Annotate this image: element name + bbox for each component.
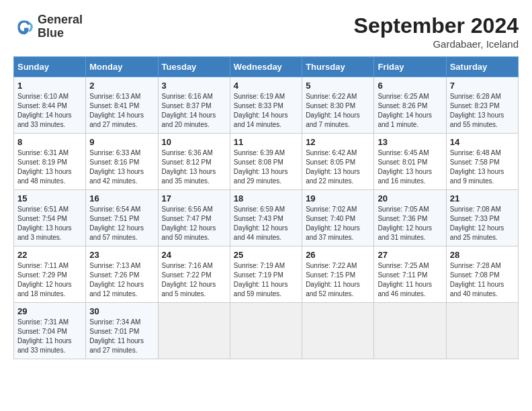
cell-info: Sunrise: 6:19 AMSunset: 8:33 PMDaylight:… (234, 92, 298, 130)
cell-info: Sunrise: 7:02 AMSunset: 7:40 PMDaylight:… (306, 205, 370, 242)
calendar-cell: 27 Sunrise: 7:25 AMSunset: 7:11 PMDaylig… (374, 246, 446, 303)
day-number: 23 (89, 250, 154, 260)
header: General Blue September 2024 Gardabaer, I… (13, 13, 519, 50)
calendar-cell: 29 Sunrise: 7:31 AMSunset: 7:04 PMDaylig… (14, 303, 86, 359)
dow-sunday: Sunday (14, 57, 86, 77)
cell-info: Sunrise: 6:56 AMSunset: 7:47 PMDaylight:… (162, 205, 226, 242)
dow-monday: Monday (86, 57, 158, 77)
day-number: 17 (162, 193, 226, 203)
calendar-cell: 6 Sunrise: 6:25 AMSunset: 8:26 PMDayligh… (374, 77, 446, 134)
title-area: September 2024 Gardabaer, Iceland (354, 13, 519, 50)
month-year: September 2024 (354, 13, 519, 38)
cell-info: Sunrise: 7:11 AMSunset: 7:29 PMDaylight:… (17, 261, 82, 299)
day-number: 7 (450, 81, 515, 91)
calendar-cell: 5 Sunrise: 6:22 AMSunset: 8:30 PMDayligh… (302, 77, 374, 134)
calendar-cell: 7 Sunrise: 6:28 AMSunset: 8:23 PMDayligh… (446, 77, 518, 134)
calendar-cell: 20 Sunrise: 7:05 AMSunset: 7:36 PMDaylig… (374, 190, 446, 246)
day-number: 10 (162, 137, 226, 147)
day-number: 5 (306, 81, 370, 91)
calendar-cell: 24 Sunrise: 7:16 AMSunset: 7:22 PMDaylig… (158, 246, 230, 303)
calendar-cell: 21 Sunrise: 7:08 AMSunset: 7:33 PMDaylig… (446, 190, 518, 246)
cell-info: Sunrise: 6:45 AMSunset: 8:01 PMDaylight:… (378, 148, 442, 186)
logo: General Blue (13, 13, 83, 40)
dow-saturday: Saturday (446, 57, 518, 77)
calendar-cell: 3 Sunrise: 6:16 AMSunset: 8:37 PMDayligh… (158, 77, 230, 134)
calendar-cell: 18 Sunrise: 6:59 AMSunset: 7:43 PMDaylig… (230, 190, 302, 246)
cell-info: Sunrise: 6:36 AMSunset: 8:12 PMDaylight:… (162, 148, 226, 186)
cell-info: Sunrise: 7:22 AMSunset: 7:15 PMDaylight:… (306, 261, 370, 299)
calendar-week-row: 29 Sunrise: 7:31 AMSunset: 7:04 PMDaylig… (14, 303, 519, 359)
day-number: 9 (89, 137, 154, 147)
logo-text: General Blue (38, 13, 83, 40)
cell-info: Sunrise: 6:10 AMSunset: 8:44 PMDaylight:… (17, 92, 82, 130)
day-number: 12 (306, 137, 370, 147)
cell-info: Sunrise: 6:28 AMSunset: 8:23 PMDaylight:… (450, 92, 515, 130)
calendar-cell: 16 Sunrise: 6:54 AMSunset: 7:51 PMDaylig… (86, 190, 158, 246)
day-number: 11 (234, 137, 298, 147)
calendar-week-row: 1 Sunrise: 6:10 AMSunset: 8:44 PMDayligh… (14, 77, 519, 134)
day-number: 30 (89, 306, 154, 316)
calendar-cell: 15 Sunrise: 6:51 AMSunset: 7:54 PMDaylig… (14, 190, 86, 246)
calendar-cell: 13 Sunrise: 6:45 AMSunset: 8:01 PMDaylig… (374, 134, 446, 190)
calendar-cell: 25 Sunrise: 7:19 AMSunset: 7:19 PMDaylig… (230, 246, 302, 303)
day-number: 21 (450, 193, 515, 203)
cell-info: Sunrise: 7:16 AMSunset: 7:22 PMDaylight:… (162, 261, 226, 299)
cell-info: Sunrise: 6:54 AMSunset: 7:51 PMDaylight:… (89, 205, 154, 242)
cell-info: Sunrise: 6:51 AMSunset: 7:54 PMDaylight:… (17, 205, 82, 242)
calendar-table: SundayMondayTuesdayWednesdayThursdayFrid… (13, 56, 519, 359)
calendar-cell: 4 Sunrise: 6:19 AMSunset: 8:33 PMDayligh… (230, 77, 302, 134)
calendar-cell: 12 Sunrise: 6:42 AMSunset: 8:05 PMDaylig… (302, 134, 374, 190)
cell-info: Sunrise: 6:48 AMSunset: 7:58 PMDaylight:… (450, 148, 515, 186)
calendar-cell: 2 Sunrise: 6:13 AMSunset: 8:41 PMDayligh… (86, 77, 158, 134)
calendar-cell: 1 Sunrise: 6:10 AMSunset: 8:44 PMDayligh… (14, 77, 86, 134)
cell-info: Sunrise: 6:31 AMSunset: 8:19 PMDaylight:… (17, 148, 82, 186)
day-number: 13 (378, 137, 442, 147)
day-of-week-header: SundayMondayTuesdayWednesdayThursdayFrid… (14, 57, 519, 77)
calendar-cell: 22 Sunrise: 7:11 AMSunset: 7:29 PMDaylig… (14, 246, 86, 303)
cell-info: Sunrise: 6:22 AMSunset: 8:30 PMDaylight:… (306, 92, 370, 130)
day-number: 14 (450, 137, 515, 147)
cell-info: Sunrise: 7:13 AMSunset: 7:26 PMDaylight:… (89, 261, 154, 299)
calendar-cell: 9 Sunrise: 6:33 AMSunset: 8:16 PMDayligh… (86, 134, 158, 190)
cell-info: Sunrise: 7:19 AMSunset: 7:19 PMDaylight:… (234, 261, 298, 299)
day-number: 1 (17, 81, 82, 91)
day-number: 25 (234, 250, 298, 260)
calendar-cell (158, 303, 230, 359)
day-number: 15 (17, 193, 82, 203)
calendar-cell: 8 Sunrise: 6:31 AMSunset: 8:19 PMDayligh… (14, 134, 86, 190)
calendar-cell (302, 303, 374, 359)
calendar-cell: 17 Sunrise: 6:56 AMSunset: 7:47 PMDaylig… (158, 190, 230, 246)
calendar-cell (230, 303, 302, 359)
calendar-cell (446, 303, 518, 359)
day-number: 28 (450, 250, 515, 260)
calendar-week-row: 22 Sunrise: 7:11 AMSunset: 7:29 PMDaylig… (14, 246, 519, 303)
day-number: 2 (89, 81, 154, 91)
calendar-week-row: 8 Sunrise: 6:31 AMSunset: 8:19 PMDayligh… (14, 134, 519, 190)
dow-thursday: Thursday (302, 57, 374, 77)
day-number: 24 (162, 250, 226, 260)
calendar-cell: 11 Sunrise: 6:39 AMSunset: 8:08 PMDaylig… (230, 134, 302, 190)
day-number: 16 (89, 193, 154, 203)
calendar-week-row: 15 Sunrise: 6:51 AMSunset: 7:54 PMDaylig… (14, 190, 519, 246)
day-number: 29 (17, 306, 82, 316)
day-number: 3 (162, 81, 226, 91)
cell-info: Sunrise: 7:28 AMSunset: 7:08 PMDaylight:… (450, 261, 515, 299)
day-number: 19 (306, 193, 370, 203)
calendar-cell (374, 303, 446, 359)
cell-info: Sunrise: 6:16 AMSunset: 8:37 PMDaylight:… (162, 92, 226, 130)
cell-info: Sunrise: 7:08 AMSunset: 7:33 PMDaylight:… (450, 205, 515, 242)
cell-info: Sunrise: 7:31 AMSunset: 7:04 PMDaylight:… (17, 318, 82, 355)
calendar-cell: 30 Sunrise: 7:34 AMSunset: 7:01 PMDaylig… (86, 303, 158, 359)
calendar-cell: 14 Sunrise: 6:48 AMSunset: 7:58 PMDaylig… (446, 134, 518, 190)
cell-info: Sunrise: 6:42 AMSunset: 8:05 PMDaylight:… (306, 148, 370, 186)
calendar-cell: 23 Sunrise: 7:13 AMSunset: 7:26 PMDaylig… (86, 246, 158, 303)
day-number: 8 (17, 137, 82, 147)
dow-friday: Friday (374, 57, 446, 77)
calendar-cell: 28 Sunrise: 7:28 AMSunset: 7:08 PMDaylig… (446, 246, 518, 303)
day-number: 6 (378, 81, 442, 91)
cell-info: Sunrise: 6:25 AMSunset: 8:26 PMDaylight:… (378, 92, 442, 130)
logo-icon (13, 16, 35, 38)
day-number: 20 (378, 193, 442, 203)
day-number: 22 (17, 250, 82, 260)
dow-wednesday: Wednesday (230, 57, 302, 77)
